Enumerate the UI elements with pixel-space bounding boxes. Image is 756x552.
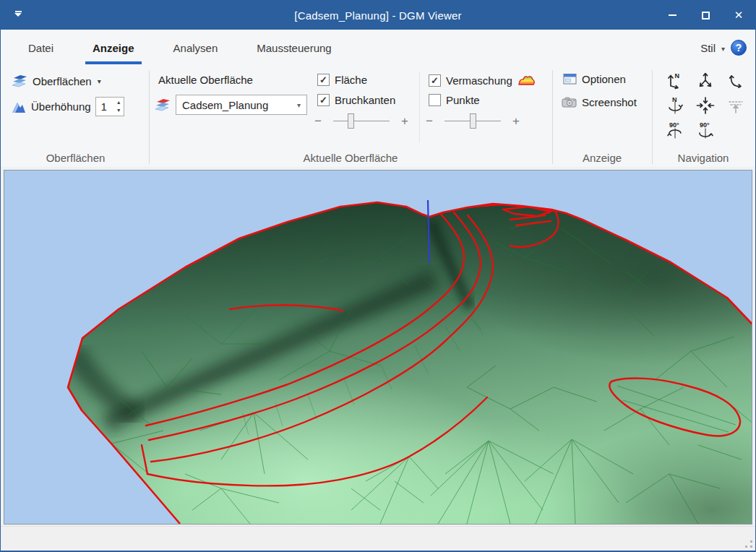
- isometric-view-button[interactable]: [695, 71, 716, 91]
- minimize-icon: [669, 14, 676, 16]
- exaggeration-row: Überhöhung 1 ▲▼: [11, 97, 124, 116]
- rainbow-surface-icon: [517, 74, 536, 87]
- elevation-mode-button-disabled: [725, 95, 747, 116]
- combo-caret-icon: ▾: [297, 101, 301, 109]
- slider-thumb[interactable]: [470, 113, 476, 129]
- surfaces-stack-icon: [11, 74, 28, 88]
- svg-text:90°: 90°: [700, 121, 710, 129]
- group-label: Oberflächen: [2, 152, 149, 164]
- checkbox-unchecked: [429, 94, 441, 106]
- zoom-center-button[interactable]: [695, 95, 716, 116]
- maximize-button[interactable]: [689, 1, 722, 30]
- group-aktuelle-oberflaeche: Aktuelle Oberfläche Cadsem_Planung ▾ ✓ F…: [150, 66, 551, 167]
- checkbox-checked-icon: ✓: [317, 74, 330, 86]
- surface-select[interactable]: Cadsem_Planung ▾: [176, 95, 307, 115]
- svg-text:N: N: [672, 96, 677, 103]
- group-anzeige: Optionen Screenshot Anzeige: [553, 66, 651, 167]
- svg-text:90°: 90°: [669, 121, 679, 129]
- svg-text:N: N: [675, 72, 680, 79]
- help-icon[interactable]: ?: [731, 40, 747, 56]
- checkbox-bruchkanten[interactable]: ✓ Bruchkanten: [317, 94, 395, 106]
- style-dropdown-icon[interactable]: ▾: [721, 45, 725, 53]
- checkbox-checked-icon: ✓: [317, 94, 330, 106]
- slider-plus[interactable]: +: [511, 114, 521, 129]
- window-controls: ✕: [656, 1, 755, 30]
- app-window: [Cadsem_Planung] - DGM Viewer ✕ Datei An…: [0, 0, 756, 552]
- slider-minus[interactable]: −: [424, 114, 434, 129]
- stepper-up-icon: ▲: [116, 100, 121, 105]
- screenshot-button[interactable]: Screenshot: [562, 96, 637, 108]
- exaggeration-mountain-icon: [11, 100, 27, 114]
- ribbon-tab-row: Datei Anzeige Analysen Maussteuerung Sti…: [1, 30, 755, 66]
- tab-datei[interactable]: Datei: [14, 30, 68, 66]
- rotate-90-ccw-button[interactable]: 90°: [664, 120, 686, 140]
- terrain-3d-viewport[interactable]: [4, 170, 752, 525]
- orient-north-button[interactable]: N: [664, 71, 686, 91]
- group-label: Aktuelle Oberfläche: [150, 152, 551, 164]
- group-navigation: N N: [653, 66, 754, 167]
- terrain-scene: [4, 171, 752, 524]
- group-oberflaechen: Oberflächen ▾ Überhöhung 1 ▲▼ Oberfläche…: [2, 66, 149, 167]
- title-bar: [Cadsem_Planung] - DGM Viewer ✕: [1, 1, 755, 30]
- style-selector[interactable]: Stil: [700, 42, 716, 54]
- exaggeration-stepper[interactable]: 1 ▲▼: [95, 97, 124, 116]
- checkbox-checked-icon: ✓: [429, 74, 441, 87]
- group-label: Anzeige: [553, 152, 651, 164]
- dropdown-caret-icon: ▾: [98, 77, 101, 85]
- punkte-size-slider[interactable]: − +: [424, 113, 521, 129]
- slider-plus[interactable]: +: [400, 114, 410, 129]
- options-window-icon: [563, 73, 577, 85]
- tab-anzeige[interactable]: Anzeige: [78, 30, 149, 66]
- bruchkanten-width-slider[interactable]: − +: [313, 113, 410, 129]
- slider-thumb[interactable]: [348, 113, 354, 129]
- checkbox-punkte[interactable]: Punkte: [429, 94, 480, 106]
- checkbox-vermaschung[interactable]: ✓ Vermaschung: [429, 74, 536, 87]
- options-button[interactable]: Optionen: [563, 73, 626, 85]
- minimize-button[interactable]: [656, 1, 689, 30]
- current-surface-header: Aktuelle Oberfläche: [158, 74, 253, 86]
- status-bar: [1, 526, 755, 551]
- surfaces-dropdown-button[interactable]: Oberflächen ▾: [11, 74, 101, 88]
- checkbox-flaeche[interactable]: ✓ Fläche: [317, 74, 367, 86]
- close-icon: ✕: [734, 9, 744, 22]
- rotate-to-north-button[interactable]: N: [664, 95, 686, 116]
- maximize-icon: [702, 12, 710, 20]
- close-button[interactable]: ✕: [722, 1, 755, 30]
- stepper-down-icon: ▼: [116, 108, 121, 113]
- slider-minus[interactable]: −: [313, 114, 323, 129]
- rotate-90-cw-button[interactable]: 90°: [695, 120, 716, 140]
- rotate-free-button[interactable]: [725, 71, 747, 91]
- screenshot-camera-icon: [562, 96, 577, 108]
- tab-analysen[interactable]: Analysen: [159, 30, 233, 66]
- ribbon: Oberflächen ▾ Überhöhung 1 ▲▼ Oberfläche…: [1, 66, 755, 167]
- window-title: [Cadsem_Planung] - DGM Viewer: [1, 9, 755, 22]
- current-surface-stack-icon: [154, 97, 171, 113]
- resize-grip-icon[interactable]: [745, 540, 752, 548]
- group-label: Navigation: [653, 152, 754, 164]
- tab-maussteuerung[interactable]: Maussteuerung: [242, 30, 345, 66]
- quick-access-toolbar-icon[interactable]: [13, 11, 23, 20]
